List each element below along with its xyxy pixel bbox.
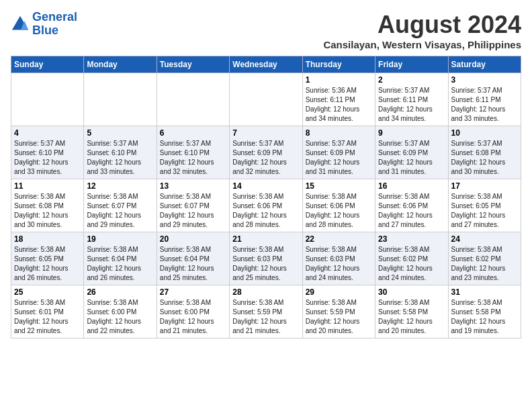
day-info: Sunrise: 5:38 AM Sunset: 6:00 PM Dayligh… [87,298,153,336]
day-info: Sunrise: 5:38 AM Sunset: 6:00 PM Dayligh… [160,298,226,336]
calendar-header-row: SundayMondayTuesdayWednesdayThursdayFrid… [11,56,521,73]
col-header-sunday: Sunday [11,56,84,73]
day-info: Sunrise: 5:38 AM Sunset: 6:04 PM Dayligh… [160,245,226,283]
day-info: Sunrise: 5:38 AM Sunset: 6:03 PM Dayligh… [232,245,299,283]
day-info: Sunrise: 5:38 AM Sunset: 6:05 PM Dayligh… [451,192,518,230]
day-info: Sunrise: 5:38 AM Sunset: 5:59 PM Dayligh… [306,298,372,336]
day-info: Sunrise: 5:37 AM Sunset: 6:10 PM Dayligh… [87,139,153,177]
calendar-cell: 12Sunrise: 5:38 AM Sunset: 6:07 PM Dayli… [84,179,157,232]
calendar-cell: 15Sunrise: 5:38 AM Sunset: 6:06 PM Dayli… [302,179,375,232]
calendar-cell: 13Sunrise: 5:38 AM Sunset: 6:07 PM Dayli… [157,179,229,232]
calendar-row-0: 1Sunrise: 5:36 AM Sunset: 6:11 PM Daylig… [11,73,521,126]
day-info: Sunrise: 5:38 AM Sunset: 6:06 PM Dayligh… [378,192,445,230]
day-number: 16 [378,181,445,191]
page-header: General Blue August 2024 Cansilayan, Wes… [11,11,521,50]
day-number: 22 [306,234,372,244]
calendar-cell: 2Sunrise: 5:37 AM Sunset: 6:11 PM Daylig… [375,73,448,126]
day-number: 17 [451,181,518,191]
day-info: Sunrise: 5:37 AM Sunset: 6:10 PM Dayligh… [160,139,226,177]
col-header-thursday: Thursday [302,56,375,73]
day-number: 2 [378,75,445,85]
day-number: 18 [14,234,81,244]
calendar-cell: 4Sunrise: 5:37 AM Sunset: 6:10 PM Daylig… [11,126,84,179]
calendar-cell: 9Sunrise: 5:37 AM Sunset: 6:09 PM Daylig… [375,126,448,179]
calendar-cell: 7Sunrise: 5:37 AM Sunset: 6:09 PM Daylig… [230,126,302,179]
day-number: 10 [451,128,518,138]
day-number: 30 [378,287,445,297]
day-info: Sunrise: 5:36 AM Sunset: 6:11 PM Dayligh… [306,86,372,124]
day-number: 13 [160,181,226,191]
calendar-cell: 25Sunrise: 5:38 AM Sunset: 6:01 PM Dayli… [11,285,84,338]
day-info: Sunrise: 5:38 AM Sunset: 6:01 PM Dayligh… [14,298,81,336]
col-header-monday: Monday [84,56,157,73]
calendar-cell: 8Sunrise: 5:37 AM Sunset: 6:09 PM Daylig… [302,126,375,179]
day-info: Sunrise: 5:38 AM Sunset: 6:04 PM Dayligh… [87,245,153,283]
day-info: Sunrise: 5:38 AM Sunset: 6:06 PM Dayligh… [306,192,372,230]
day-info: Sunrise: 5:37 AM Sunset: 6:09 PM Dayligh… [306,139,372,177]
day-number: 15 [306,181,372,191]
day-info: Sunrise: 5:38 AM Sunset: 6:08 PM Dayligh… [14,192,81,230]
day-number: 12 [87,181,153,191]
logo-line1: General [32,10,77,24]
logo: General Blue [11,11,77,38]
day-number: 11 [14,181,81,191]
day-number: 14 [232,181,299,191]
day-number: 8 [306,128,372,138]
calendar-cell: 3Sunrise: 5:37 AM Sunset: 6:11 PM Daylig… [448,73,521,126]
calendar-table: SundayMondayTuesdayWednesdayThursdayFrid… [11,56,521,338]
calendar-row-4: 25Sunrise: 5:38 AM Sunset: 6:01 PM Dayli… [11,285,521,338]
day-info: Sunrise: 5:38 AM Sunset: 5:59 PM Dayligh… [232,298,299,336]
day-info: Sunrise: 5:38 AM Sunset: 6:05 PM Dayligh… [14,245,81,283]
calendar-cell: 1Sunrise: 5:36 AM Sunset: 6:11 PM Daylig… [302,73,375,126]
col-header-friday: Friday [375,56,448,73]
title-block: August 2024 Cansilayan, Western Visayas,… [323,11,521,50]
day-number: 29 [306,287,372,297]
calendar-cell: 26Sunrise: 5:38 AM Sunset: 6:00 PM Dayli… [84,285,157,338]
calendar-cell: 28Sunrise: 5:38 AM Sunset: 5:59 PM Dayli… [230,285,302,338]
logo-icon [11,15,30,34]
day-number: 24 [451,234,518,244]
day-info: Sunrise: 5:38 AM Sunset: 6:07 PM Dayligh… [87,192,153,230]
calendar-cell: 27Sunrise: 5:38 AM Sunset: 6:00 PM Dayli… [157,285,229,338]
col-header-wednesday: Wednesday [230,56,302,73]
calendar-row-3: 18Sunrise: 5:38 AM Sunset: 6:05 PM Dayli… [11,232,521,285]
day-number: 6 [160,128,226,138]
calendar-cell: 5Sunrise: 5:37 AM Sunset: 6:10 PM Daylig… [84,126,157,179]
calendar-cell: 21Sunrise: 5:38 AM Sunset: 6:03 PM Dayli… [230,232,302,285]
calendar-cell: 17Sunrise: 5:38 AM Sunset: 6:05 PM Dayli… [448,179,521,232]
day-number: 21 [232,234,299,244]
logo-line2: Blue [32,24,58,37]
calendar-cell: 29Sunrise: 5:38 AM Sunset: 5:59 PM Dayli… [302,285,375,338]
day-number: 3 [451,75,518,85]
day-info: Sunrise: 5:38 AM Sunset: 6:02 PM Dayligh… [451,245,518,283]
calendar-cell: 23Sunrise: 5:38 AM Sunset: 6:02 PM Dayli… [375,232,448,285]
day-number: 19 [87,234,153,244]
calendar-row-1: 4Sunrise: 5:37 AM Sunset: 6:10 PM Daylig… [11,126,521,179]
day-number: 28 [232,287,299,297]
calendar-cell [11,73,84,126]
month-year: August 2024 [323,11,521,39]
day-number: 5 [87,128,153,138]
col-header-saturday: Saturday [448,56,521,73]
day-number: 9 [378,128,445,138]
day-number: 27 [160,287,226,297]
calendar-cell [84,73,157,126]
day-number: 4 [14,128,81,138]
calendar-cell: 11Sunrise: 5:38 AM Sunset: 6:08 PM Dayli… [11,179,84,232]
day-info: Sunrise: 5:37 AM Sunset: 6:08 PM Dayligh… [451,139,518,177]
calendar-cell: 16Sunrise: 5:38 AM Sunset: 6:06 PM Dayli… [375,179,448,232]
day-info: Sunrise: 5:38 AM Sunset: 6:06 PM Dayligh… [232,192,299,230]
calendar-cell: 14Sunrise: 5:38 AM Sunset: 6:06 PM Dayli… [230,179,302,232]
day-number: 31 [451,287,518,297]
day-number: 25 [14,287,81,297]
calendar-cell: 30Sunrise: 5:38 AM Sunset: 5:58 PM Dayli… [375,285,448,338]
day-info: Sunrise: 5:38 AM Sunset: 6:03 PM Dayligh… [306,245,372,283]
day-info: Sunrise: 5:38 AM Sunset: 5:58 PM Dayligh… [451,298,518,336]
logo-text: General Blue [32,11,77,38]
day-info: Sunrise: 5:38 AM Sunset: 5:58 PM Dayligh… [378,298,445,336]
day-info: Sunrise: 5:38 AM Sunset: 6:07 PM Dayligh… [160,192,226,230]
calendar-cell: 6Sunrise: 5:37 AM Sunset: 6:10 PM Daylig… [157,126,229,179]
calendar-cell: 10Sunrise: 5:37 AM Sunset: 6:08 PM Dayli… [448,126,521,179]
day-number: 26 [87,287,153,297]
calendar-cell: 20Sunrise: 5:38 AM Sunset: 6:04 PM Dayli… [157,232,229,285]
